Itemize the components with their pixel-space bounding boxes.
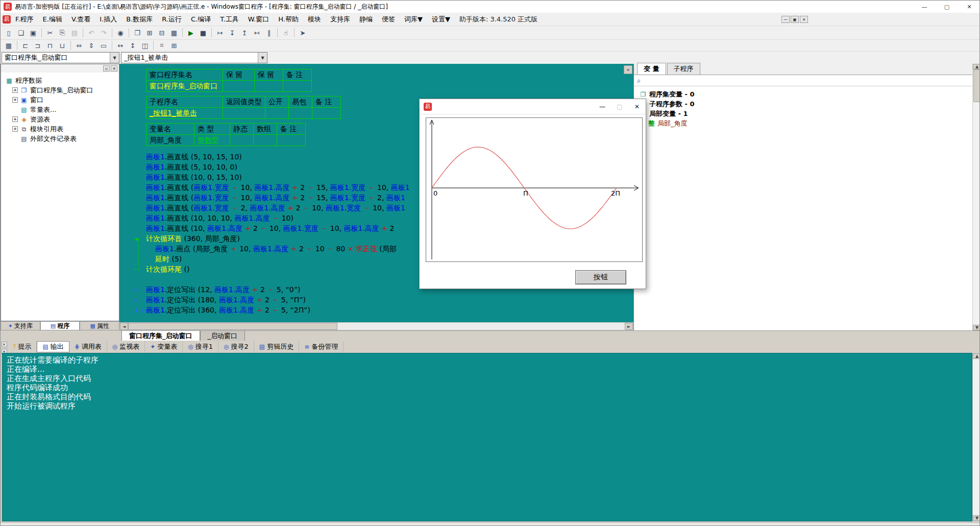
tree-item[interactable]: ▤常量表...	[1, 105, 119, 114]
al-button[interactable]: ⊏	[19, 40, 32, 51]
close-button[interactable]: ✕	[958, 1, 980, 13]
sw-button[interactable]: ⇔	[73, 40, 85, 51]
table-cell[interactable]	[265, 108, 289, 119]
code-text[interactable]: 画板1.画直线 (10, 0, 15, 10)	[146, 173, 242, 181]
left-tab-程序[interactable]: ▤程序	[40, 321, 80, 330]
table-cell[interactable]: _按钮1_被单击	[146, 108, 223, 119]
dropdown-arrow-icon[interactable]: ▼	[110, 53, 119, 63]
code-text[interactable]: 画板1.定位写出 (180, 画板1.高度 ÷ 2 － 5, “Π”)	[146, 296, 306, 304]
menu-item[interactable]: 静编	[355, 15, 377, 24]
scroll-right-icon[interactable]: ►	[625, 323, 633, 330]
menu-item[interactable]: 词库▼	[400, 15, 427, 24]
program-minimize-button[interactable]: —	[594, 99, 611, 114]
expander-icon[interactable]: +	[12, 116, 18, 122]
variables-tab-子程序[interactable]: 子程序	[667, 63, 700, 75]
scrollbar-track[interactable]	[973, 102, 980, 325]
code-text[interactable]: 画板1.画点 (局部_角度 ＋ 10, 画板1.高度 ÷ 2 － 10 － 80…	[146, 245, 397, 253]
tree-item[interactable]: ▤外部文件记录表	[1, 134, 119, 144]
mdi-close-button[interactable]: ✕	[800, 16, 808, 23]
s5-button[interactable]: ∥	[263, 28, 275, 38]
code-horizontal-scrollbar[interactable]: ◄ ►	[119, 322, 633, 330]
document-tab[interactable]: _启动窗口	[200, 331, 246, 342]
ch-button[interactable]: ◫	[139, 40, 151, 51]
g2-button[interactable]: ⊞	[168, 40, 180, 51]
mdi-restore-button[interactable]: ▣	[791, 16, 799, 23]
menu-item[interactable]: B.数据库	[121, 15, 157, 24]
code-text[interactable]: 画板1.定位写出 (12, 画板1.高度 ÷ 2 － 5, “0”)	[146, 285, 301, 294]
find-button[interactable]: ◉	[114, 28, 127, 38]
table-cell[interactable]	[255, 81, 283, 92]
menu-item[interactable]: W.窗口	[243, 15, 274, 24]
code-text[interactable]: 画板1.定位写出 (360, 画板1.高度 ÷ 2 － 5, “2Π”)	[146, 306, 310, 314]
ab-button[interactable]: ⊔	[56, 40, 68, 51]
win3-button[interactable]: ⊟	[156, 28, 168, 38]
output-tab-提示[interactable]: ?提示	[8, 341, 37, 352]
output-tab-调用表[interactable]: ⋕调用表	[69, 341, 107, 352]
left-tab-支持库[interactable]: ✦支持库	[1, 321, 40, 330]
spv-button[interactable]: ↕	[127, 40, 139, 51]
s3-button[interactable]: ↥	[238, 28, 251, 38]
table-cell[interactable]	[277, 135, 306, 146]
output-tab-输出[interactable]: ▤输出	[37, 341, 69, 352]
output-tab-剪辑历史[interactable]: ▤剪辑历史	[254, 341, 299, 352]
panel-dock-button[interactable]: ▫	[103, 65, 110, 71]
panel-close-button[interactable]: ✕	[111, 65, 117, 71]
output-close-button[interactable]: ✕	[2, 342, 7, 347]
variables-tree-item[interactable]: 整局部_角度	[634, 118, 980, 128]
expander-icon[interactable]: +	[12, 126, 18, 132]
variables-tree-item[interactable]: ❒局部变量 - 1	[634, 109, 980, 118]
subroutine-combobox[interactable]: _按钮1_被单击 ▼	[121, 52, 267, 63]
ar-button[interactable]: ⊐	[32, 40, 44, 51]
left-tab-属性[interactable]: ▦属性	[80, 321, 119, 330]
assembly-combobox[interactable]: 窗口程序集_启动窗口 ▼	[2, 52, 119, 63]
output-tab-备份管理[interactable]: ≡备份管理	[299, 341, 344, 352]
menu-item[interactable]: I.插入	[95, 15, 121, 24]
code-text[interactable]: 画板1.画直线 (5, 10, 10, 0)	[146, 163, 237, 171]
s2-button[interactable]: ↧	[226, 28, 238, 38]
win4-button[interactable]: ▦	[168, 28, 180, 38]
sph-button[interactable]: ↔	[114, 40, 127, 51]
scroll-left-icon[interactable]: ◄	[120, 323, 128, 330]
menu-item[interactable]: R.运行	[157, 15, 186, 24]
s1-button[interactable]: ↦	[214, 28, 226, 38]
code-text[interactable]: 画板1.画直线 (画板1.宽度 － 10, 画板1.高度 ÷ 2 － 15, 画…	[146, 194, 405, 202]
program-window-titlebar[interactable]: 易 — ▢ ✕	[420, 99, 646, 114]
scroll-up-icon[interactable]: ▲	[973, 353, 980, 359]
minimize-button[interactable]: —	[913, 1, 936, 13]
code-text[interactable]: 画板1.画直线 (画板1.宽度 － 10, 画板1.高度 ÷ 2 － 15, 画…	[146, 183, 410, 192]
stop-button[interactable]: ■	[197, 28, 209, 38]
output-tab-监视表[interactable]: ◎监视表	[107, 341, 145, 352]
output-tab-搜寻2[interactable]: ◎搜寻2	[218, 341, 254, 352]
at-button[interactable]: ⊓	[44, 40, 56, 51]
table-cell[interactable]	[312, 108, 341, 119]
code-text[interactable]: 画板1.画直线 (10, 画板1.高度 ÷ 2 － 10, 画板1.宽度 － 1…	[146, 224, 394, 232]
cut-button[interactable]: ✂	[44, 28, 56, 38]
menu-item[interactable]: H.帮助	[274, 15, 303, 24]
tree-item[interactable]: +❐窗口程序集_启动窗口	[1, 85, 119, 95]
runx-button[interactable]: ➤	[297, 28, 309, 38]
code-text[interactable]: 计次循环首 (360, 局部_角度)	[146, 234, 240, 243]
code-text[interactable]: 画板1.画直线 (画板1.宽度 － 2, 画板1.高度 ÷ 2 － 10, 画板…	[146, 204, 405, 212]
expander-icon[interactable]: +	[12, 87, 18, 93]
save-button[interactable]: ▣	[27, 28, 39, 38]
tree-root-item[interactable]: ▦程序数据	[1, 76, 119, 85]
menu-item[interactable]: 支持库	[326, 15, 355, 24]
table-cell[interactable]	[230, 135, 254, 146]
scrollbar-thumb[interactable]	[973, 69, 980, 102]
hand-button[interactable]: ☝	[280, 28, 292, 38]
run-button[interactable]: ▶	[185, 28, 197, 38]
variables-tree-item[interactable]: ❐程序集变量 - 0	[634, 89, 980, 99]
menu-item[interactable]: T.工具	[215, 15, 243, 24]
frame-button[interactable]: ▦	[3, 40, 15, 51]
sh-button[interactable]: ⇕	[85, 40, 97, 51]
scroll-down-icon[interactable]: ▼	[973, 515, 980, 521]
search-icon[interactable]: ⌕	[637, 77, 641, 85]
scrollbar-track[interactable]	[337, 323, 625, 330]
win1-button[interactable]: ❐	[131, 28, 143, 38]
table-cell[interactable]: 整数型	[194, 135, 230, 146]
document-tab[interactable]: 窗口程序集_启动窗口	[121, 331, 200, 342]
code-text[interactable]: 延时 (5)	[146, 255, 182, 263]
table-cell[interactable]	[289, 108, 312, 119]
menu-item[interactable]: 设置▼	[427, 15, 455, 24]
table-cell[interactable]: 窗口程序集_启动窗口	[146, 81, 223, 92]
